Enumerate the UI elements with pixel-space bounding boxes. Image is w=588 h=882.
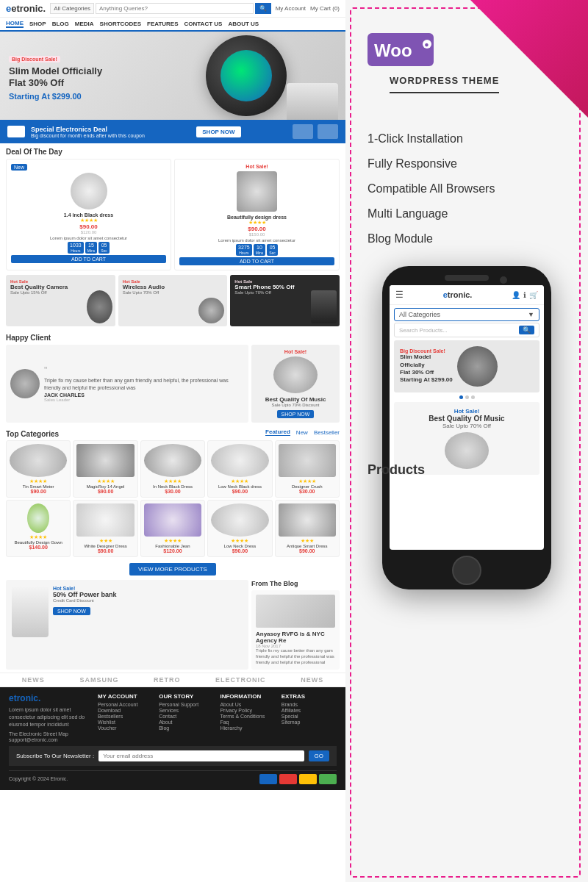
newsletter-label: Subscribe To Our Newsletter :: [16, 753, 94, 759]
newsletter-btn[interactable]: GO: [309, 750, 329, 761]
footer-account-link-2[interactable]: Download: [98, 708, 153, 713]
footer-account-link-5[interactable]: Voucher: [98, 725, 153, 731]
footer-story-link-5[interactable]: Blog: [159, 725, 214, 731]
promo-img-1: [293, 124, 313, 139]
footer-extras-link-2[interactable]: Affiliates: [282, 708, 337, 713]
filter-new[interactable]: New: [296, 429, 308, 436]
phone-hot-img: [445, 432, 489, 469]
nav-blog[interactable]: BLOG: [52, 21, 69, 27]
footer-story-title: OUR STORY: [159, 693, 214, 700]
stars-6: ★★★★: [10, 534, 67, 540]
client-role: Sales Leader: [44, 398, 244, 402]
footer-account-link-4[interactable]: Wishlist: [98, 720, 153, 725]
promo-images: [293, 124, 338, 139]
hero-price: Starting At $299.00: [9, 92, 102, 101]
timer-secs-2: 05Sec: [267, 244, 278, 256]
footer-story-link-2[interactable]: Services: [159, 708, 214, 713]
nav-media[interactable]: MEDIA: [75, 21, 94, 27]
shop-now-button[interactable]: SHOP NOW: [196, 126, 240, 137]
phone-search-btn[interactable]: 🔍: [519, 326, 534, 334]
footer-bottom: Copyright © 2024 Etronic.: [9, 770, 337, 784]
footer-account-link-1[interactable]: Personal Account: [98, 702, 153, 707]
nav-home[interactable]: HOME: [6, 20, 24, 28]
client-quote: Triple fix my cause better than any gam …: [44, 377, 244, 390]
footer-extras-link-3[interactable]: Special: [282, 714, 337, 719]
footer-info-link-1[interactable]: About Us: [220, 702, 275, 707]
sub-banner-text: Special Electronics Deal Big discount fo…: [31, 126, 145, 138]
footer-extras-link-1[interactable]: Brands: [282, 702, 337, 707]
deal-stars-2: ★★★★: [179, 220, 334, 226]
footer-story-link-3[interactable]: Contact: [159, 714, 214, 719]
cart-link[interactable]: My Cart (0): [310, 5, 340, 12]
brands-row: NEWS SAMSUNG RETRO ELECTRONIC NEWS: [0, 673, 345, 687]
phone-home-button[interactable]: [452, 556, 481, 585]
search-button[interactable]: 🔍: [255, 3, 271, 14]
footer-extras-link-4[interactable]: Sitemap: [282, 720, 337, 725]
hot-desc-2: Sale Upto 70% Off: [123, 290, 223, 295]
deal-price-1: $90.00: [11, 223, 166, 230]
footer-info-link-5[interactable]: Hierarchy: [220, 725, 275, 731]
payment-icon-4: [319, 774, 337, 784]
footer-story-link-1[interactable]: Personal Support: [159, 702, 214, 707]
search-area: All Categories 🔍: [50, 3, 270, 14]
product-img-4: [211, 444, 268, 477]
category-dropdown[interactable]: All Categories: [50, 3, 94, 14]
promo-img-2: [318, 124, 338, 139]
search-input[interactable]: [96, 3, 254, 14]
phone-category-dropdown[interactable]: All Categories ▼: [394, 308, 539, 321]
account-link[interactable]: My Account: [276, 5, 306, 12]
nav-contact[interactable]: CONTACT US: [184, 21, 223, 27]
product-name: Best Quality Of Music: [265, 396, 326, 403]
category-filter: Featured New Bestseller: [265, 429, 340, 436]
timer-mins-2: 10Mins: [254, 244, 266, 256]
product-img-9: [211, 503, 268, 537]
footer-info-link-3[interactable]: Terms & Conditions: [220, 714, 275, 719]
nav-bar: HOME SHOP BLOG MEDIA SHORTCODES FEATURES…: [0, 18, 345, 32]
sub-banner-title: Special Electronics Deal: [31, 126, 145, 133]
site-header: eetronic. All Categories 🔍 My Account My…: [0, 0, 345, 18]
nav-about[interactable]: ABOUT US: [228, 21, 259, 27]
footer-account-link-3[interactable]: Bestsellers: [98, 714, 153, 719]
stars-4: ★★★★: [211, 478, 268, 484]
footer-email[interactable]: support@etronic.com: [9, 737, 92, 742]
phone-info-icon: ℹ: [523, 291, 526, 299]
hero-watch-img: [206, 35, 287, 116]
blog-post-text: Triple fix my cause better than any gam …: [256, 648, 335, 665]
newsletter-input[interactable]: [98, 750, 304, 761]
brand-news-1: NEWS: [22, 676, 45, 684]
product-img: [273, 356, 318, 393]
left-panel: eetronic. All Categories 🔍 My Account My…: [0, 0, 345, 882]
product-price-1: $90.00: [10, 489, 67, 494]
view-more-button[interactable]: VIEW MORE PRODUCTS: [129, 563, 216, 576]
footer-col-account: MY ACCOUNT Personal Account Download Bes…: [98, 693, 153, 742]
footer-info-link-4[interactable]: Faq: [220, 720, 275, 725]
footer-info-link-2[interactable]: Privacy Policy: [220, 708, 275, 713]
phone-nav-icons: 👤 ℹ 🛒: [512, 291, 538, 299]
site-logo: eetronic.: [6, 3, 46, 14]
promo-shop-btn[interactable]: SHOP NOW: [53, 607, 90, 615]
deal-badge-2: Hot Sale!: [179, 164, 334, 169]
add-to-cart-2[interactable]: ADD TO CART: [179, 257, 334, 265]
phone-banner-text-area: Big Discount Sale! Slim ModelOfficiallyF…: [400, 348, 453, 384]
deal-img-1: [71, 173, 107, 209]
product-shop-btn[interactable]: SHOP NOW: [277, 410, 315, 418]
footer-story-link-4[interactable]: About: [159, 720, 214, 725]
product-price-10: $90.00: [279, 548, 336, 553]
filter-bestseller[interactable]: Bestseller: [314, 429, 340, 436]
add-to-cart-1[interactable]: ADD TO CART: [11, 255, 166, 263]
features-list: 1-Click Installation Fully Responsive Co…: [368, 126, 566, 251]
phone-user-icon: 👤: [512, 291, 520, 299]
filter-featured[interactable]: Featured: [265, 429, 290, 436]
nav-shop[interactable]: SHOP: [29, 21, 46, 27]
footer-extras-title: EXTRAS: [282, 693, 337, 700]
nav-shortcodes[interactable]: SHORTCODES: [100, 21, 141, 27]
product-4: ★★★★ Low Neck Black dress $90.00: [207, 440, 272, 498]
wp-theme-label: WORDPRESS THEME: [390, 75, 499, 93]
nav-features[interactable]: FEATURES: [147, 21, 179, 27]
blog-post-title: Anyasoy RVFG is & NYC Agency Re: [256, 631, 335, 644]
footer-grid: etronic. Lorem ipsum dolor sit amet cons…: [9, 693, 337, 742]
sub-banner-sub: Big discount for month ends after with t…: [31, 133, 145, 138]
product-1: ★★★★ Tin Smart Meter $90.00: [6, 440, 71, 498]
hot-img-3: [311, 290, 337, 323]
deal-name-2: Beautifully design dress: [179, 215, 334, 220]
